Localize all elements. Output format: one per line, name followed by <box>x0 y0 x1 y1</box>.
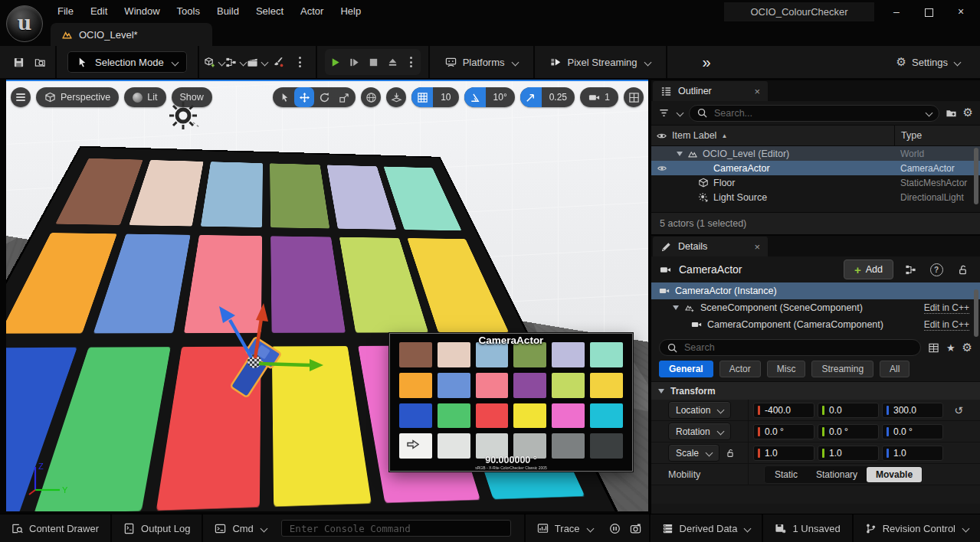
rotation-z-field[interactable]: 0.0 ° <box>882 424 943 439</box>
grid-snap-value[interactable]: 10 <box>433 87 458 107</box>
location-y-field[interactable]: 0.0 <box>818 403 879 418</box>
save-button[interactable] <box>8 51 29 73</box>
kebab-icon[interactable] <box>406 57 416 67</box>
transform-section-header[interactable]: Transform <box>651 381 980 400</box>
filter-tab-streaming[interactable]: Streaming <box>811 361 873 377</box>
viewport[interactable]: sRGB - X-Rite ColorChecker Classic 2005 <box>6 80 648 511</box>
menu-select[interactable]: Select <box>247 0 292 23</box>
chevron-down-icon[interactable] <box>677 109 684 117</box>
outliner-row-floor[interactable]: FloorStaticMeshActor <box>651 175 980 190</box>
browse-content-button[interactable] <box>29 51 51 73</box>
scale-tool-button[interactable] <box>334 87 354 107</box>
convert-to-blueprint-button[interactable] <box>901 260 919 279</box>
rotate-tool-button[interactable] <box>314 87 334 107</box>
outliner-search[interactable] <box>689 105 939 122</box>
gear-icon[interactable]: ⚙ <box>963 107 973 119</box>
lit-dropdown[interactable]: Lit <box>124 87 166 107</box>
rotation-snap-toggle[interactable] <box>464 87 486 107</box>
camera-speed-control[interactable]: 1 <box>580 87 618 107</box>
eject-icon[interactable] <box>387 57 398 68</box>
camera-gizmo[interactable] <box>195 297 325 427</box>
add-actor-button[interactable] <box>204 51 225 73</box>
insights-status-button[interactable] <box>605 514 625 542</box>
editor-modes-button[interactable] <box>268 51 290 73</box>
derived-data-dropdown[interactable]: Derived Data <box>651 514 762 542</box>
component-row-cameraactor-instance-[interactable]: CameraActor (Instance) <box>651 282 980 299</box>
filter-tab-actor[interactable]: Actor <box>719 361 761 377</box>
expand-arrow-icon[interactable] <box>673 305 679 310</box>
camera-preview[interactable]: CameraActor 90.000000 ° sRGB - X-Rite Co… <box>389 333 633 472</box>
rotation-dropdown[interactable]: Rotation <box>668 423 731 440</box>
favorites-star-icon[interactable]: ★ <box>946 342 955 354</box>
close-icon[interactable]: × <box>754 241 760 253</box>
display-options-icon[interactable] <box>928 342 939 354</box>
rotation-y-field[interactable]: 0.0 ° <box>818 424 879 439</box>
visibility-toggle[interactable] <box>651 163 672 174</box>
rotation-snap-value[interactable]: 10° <box>486 87 515 107</box>
filter-tab-misc[interactable]: Misc <box>767 361 806 377</box>
new-folder-icon[interactable] <box>946 107 957 119</box>
menu-window[interactable]: Window <box>116 0 168 23</box>
scale-z-field[interactable]: 1.0 <box>882 446 943 461</box>
reset-to-default-button[interactable]: ↺ <box>943 404 974 416</box>
help-button[interactable]: ? <box>927 260 946 279</box>
outliner-row-light-source[interactable]: Light SourceDirectionalLight <box>651 190 980 204</box>
location-z-field[interactable]: 300.0 <box>882 403 943 418</box>
unsaved-button[interactable]: 1 Unsaved <box>763 514 851 542</box>
gear-icon[interactable]: ⚙ <box>962 342 972 354</box>
details-scrollbar[interactable] <box>974 289 978 337</box>
component-row-scenecomponent-scenecomponent-[interactable]: SceneComponent (SceneComponent)Edit in C… <box>651 299 980 316</box>
minimize-button[interactable]: – <box>880 0 913 23</box>
menu-actor[interactable]: Actor <box>292 0 332 23</box>
move-tool-button[interactable] <box>294 87 314 107</box>
close-icon[interactable]: × <box>754 86 760 97</box>
menu-file[interactable]: File <box>49 0 82 23</box>
component-row-cameracomponent-cameracomponent-[interactable]: CameraComponent (CameraComponent)Edit in… <box>651 316 980 333</box>
perspective-dropdown[interactable]: Perspective <box>36 87 119 107</box>
surface-snapping-button[interactable] <box>386 87 406 107</box>
filter-icon[interactable] <box>658 107 670 119</box>
tab-outliner[interactable]: Outliner × <box>653 81 768 101</box>
mobility-static-button[interactable]: Static <box>765 467 807 482</box>
tab-details[interactable]: Details × <box>653 237 768 256</box>
location-x-field[interactable]: -400.0 <box>753 403 814 418</box>
maximize-viewport-button[interactable] <box>624 87 644 107</box>
menu-help[interactable]: Help <box>332 0 369 23</box>
location-dropdown[interactable]: Location <box>668 401 731 419</box>
lock-scale-icon[interactable] <box>725 448 736 459</box>
column-type[interactable]: Type <box>894 126 980 145</box>
menu-build[interactable]: Build <box>208 0 247 23</box>
maximize-button[interactable] <box>913 0 945 23</box>
close-button[interactable]: × <box>945 0 977 23</box>
scale-x-field[interactable]: 1.0 <box>753 446 814 461</box>
scale-y-field[interactable]: 1.0 <box>818 446 879 461</box>
scale-snap-value[interactable]: 0.25 <box>542 87 575 107</box>
menu-edit[interactable]: Edit <box>82 0 116 23</box>
select-tool-button[interactable] <box>274 87 294 107</box>
content-drawer-button[interactable]: Content Drawer <box>0 514 110 542</box>
console-command-field[interactable] <box>281 520 511 537</box>
mobility-stationary-button[interactable]: Stationary <box>807 467 867 482</box>
revision-control-dropdown[interactable]: Revision Control <box>854 514 980 542</box>
screenshot-button[interactable] <box>625 514 649 542</box>
viewport-menu-button[interactable] <box>11 87 31 107</box>
stop-icon[interactable] <box>368 57 379 68</box>
frame-skip-icon[interactable] <box>349 57 360 68</box>
menu-tools[interactable]: Tools <box>169 0 208 23</box>
play-icon[interactable] <box>329 57 341 68</box>
eye-icon[interactable] <box>656 130 667 142</box>
outliner-row-ocio-level-editor-[interactable]: OCIO_Level (Editor)World <box>651 146 980 161</box>
outliner-row-cameraactor[interactable]: CameraActorCameraActor <box>651 161 980 175</box>
edit-in-cpp-link[interactable]: Edit in C++ <box>924 319 969 331</box>
outliner-scrollbar[interactable] <box>974 148 978 204</box>
cinematics-button[interactable] <box>247 51 268 73</box>
filter-tab-all[interactable]: All <box>880 361 910 377</box>
details-search[interactable] <box>659 339 921 356</box>
scale-dropdown[interactable]: Scale <box>668 444 719 462</box>
blueprints-button[interactable] <box>225 51 247 73</box>
details-search-input[interactable] <box>683 341 913 354</box>
world-local-toggle[interactable] <box>361 87 381 107</box>
pixel-streaming-dropdown[interactable]: Pixel Streaming <box>539 57 661 68</box>
outliner-search-input[interactable] <box>713 107 920 119</box>
scale-snap-toggle[interactable] <box>520 87 542 107</box>
